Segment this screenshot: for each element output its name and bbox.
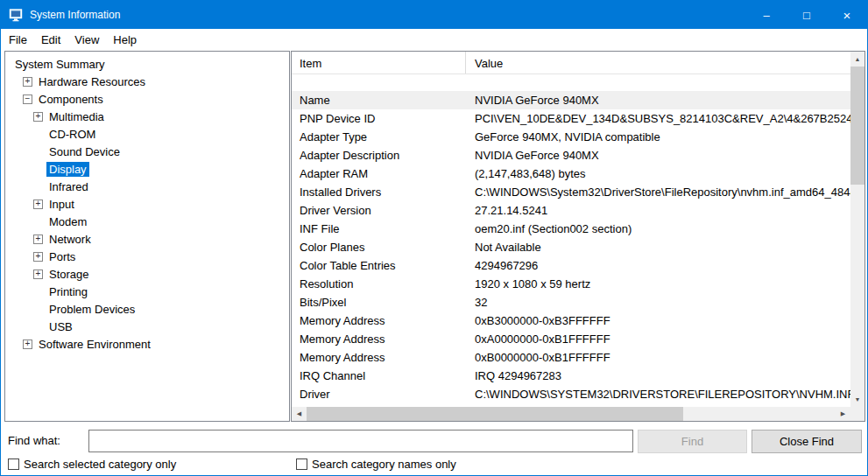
- tree-item-sound-device[interactable]: Sound Device: [5, 143, 289, 160]
- tree-item-label[interactable]: Ports: [46, 249, 78, 264]
- expand-icon[interactable]: +: [33, 252, 43, 262]
- value-cell: GeForce 940MX, NVIDIA compatible: [466, 130, 850, 144]
- detail-row-memory-address[interactable]: Memory Address0xB0000000-0xB1FFFFFF: [292, 348, 850, 367]
- tree-item-label[interactable]: Sound Device: [46, 144, 123, 159]
- tree-item-label[interactable]: Input: [46, 197, 77, 212]
- scroll-up-icon[interactable]: ▲: [850, 52, 864, 66]
- system-information-window: System Information – □ × FileEditViewHel…: [0, 0, 868, 476]
- maximize-button[interactable]: □: [787, 1, 827, 29]
- horizontal-scrollbar-thumb[interactable]: [307, 407, 683, 421]
- tree-view: System Summary+Hardware Resources−Compon…: [5, 55, 289, 353]
- detail-row-memory-address[interactable]: Memory Address0xA0000000-0xB1FFFFFF: [292, 330, 850, 348]
- detail-row-irq-channel[interactable]: IRQ ChannelIRQ 4294967283: [292, 367, 850, 385]
- tree-item-hardware-resources[interactable]: +Hardware Resources: [5, 73, 289, 90]
- value-cell: NVIDIA GeForce 940MX: [466, 149, 850, 162]
- expand-icon[interactable]: +: [33, 112, 43, 122]
- item-cell: Memory Address: [292, 332, 466, 346]
- tree-item-display[interactable]: Display: [5, 160, 289, 178]
- expand-icon[interactable]: +: [23, 340, 32, 349]
- item-cell: Installed Drivers: [292, 186, 466, 199]
- find-input[interactable]: [88, 430, 633, 452]
- tree-item-label[interactable]: Printing: [46, 284, 90, 299]
- close-button[interactable]: ×: [827, 1, 867, 29]
- tree-item-label[interactable]: CD-ROM: [46, 127, 98, 142]
- menu-view[interactable]: View: [67, 30, 106, 50]
- tree-item-label[interactable]: Infrared: [46, 179, 91, 194]
- column-header-item[interactable]: Item: [292, 52, 466, 74]
- tree-item-ports[interactable]: +Ports: [5, 248, 289, 265]
- detail-row-driver-version[interactable]: Driver Version27.21.14.5241: [292, 201, 850, 220]
- tree-item-input[interactable]: +Input: [5, 195, 289, 213]
- scroll-left-icon[interactable]: ◀: [292, 407, 307, 421]
- horizontal-scrollbar[interactable]: ◀ ▶: [292, 407, 850, 421]
- tree-item-problem-devices[interactable]: Problem Devices: [5, 300, 289, 318]
- detail-row-color-table-entries[interactable]: Color Table Entries4294967296: [292, 256, 850, 275]
- detail-row-memory-address[interactable]: Memory Address0xB3000000-0xB3FFFFFF: [292, 312, 850, 330]
- item-cell: Memory Address: [292, 351, 466, 364]
- detail-row-inf-file[interactable]: INF Fileoem20.inf (Section002 section): [292, 220, 850, 238]
- find-what-label: Find what:: [8, 434, 60, 447]
- tree-item-cd-rom[interactable]: CD-ROM: [5, 125, 289, 143]
- scroll-right-icon[interactable]: ▶: [836, 407, 850, 421]
- tree-item-modem[interactable]: Modem: [5, 213, 289, 230]
- value-cell: (2,147,483,648) bytes: [466, 167, 850, 180]
- collapse-icon[interactable]: −: [23, 94, 32, 104]
- detail-row-adapter-ram[interactable]: Adapter RAM(2,147,483,648) bytes: [292, 164, 850, 183]
- tree-item-label[interactable]: Multimedia: [46, 109, 107, 124]
- menu-edit[interactable]: Edit: [34, 30, 67, 50]
- menu-help[interactable]: Help: [106, 30, 144, 50]
- tree-item-label[interactable]: Modem: [46, 214, 89, 229]
- tree-item-software-environment[interactable]: +Software Environment: [5, 335, 289, 353]
- detail-row-bits-pixel[interactable]: Bits/Pixel32: [292, 293, 850, 312]
- tree-item-network[interactable]: +Network: [5, 230, 289, 248]
- expand-icon[interactable]: +: [33, 270, 43, 279]
- tree-item-infrared[interactable]: Infrared: [5, 178, 289, 195]
- detail-row-adapter-description[interactable]: Adapter DescriptionNVIDIA GeForce 940MX: [292, 146, 850, 164]
- tree-item-label[interactable]: Display: [46, 162, 89, 177]
- tree-item-label[interactable]: Problem Devices: [46, 302, 138, 317]
- expand-icon[interactable]: +: [23, 77, 32, 87]
- tree-item-label[interactable]: Software Environment: [36, 337, 153, 352]
- checkbox-icon[interactable]: [8, 458, 19, 470]
- scroll-down-icon[interactable]: ▼: [850, 392, 864, 407]
- checkbox-label: Search category names only: [312, 458, 456, 471]
- close-find-button[interactable]: Close Find: [752, 430, 862, 453]
- tree-item-label[interactable]: Storage: [46, 267, 92, 282]
- tree-panel: System Summary+Hardware Resources−Compon…: [4, 51, 290, 422]
- vertical-scrollbar-thumb[interactable]: [850, 66, 864, 185]
- detail-row-installed-drivers[interactable]: Installed DriversC:\WINDOWS\System32\Dri…: [292, 183, 850, 201]
- detail-row-pnp-device-id[interactable]: PNP Device IDPCI\VEN_10DE&DEV_134D&SUBSY…: [292, 109, 850, 128]
- detail-row-driver[interactable]: DriverC:\WINDOWS\SYSTEM32\DRIVERSTORE\FI…: [292, 385, 850, 403]
- tree-item-multimedia[interactable]: +Multimedia: [5, 108, 289, 125]
- detail-row-color-planes[interactable]: Color PlanesNot Available: [292, 238, 850, 256]
- tree-item-storage[interactable]: +Storage: [5, 265, 289, 283]
- checkbox-search-selected-category-only[interactable]: Search selected category only: [8, 458, 176, 471]
- minimize-button[interactable]: –: [746, 1, 787, 29]
- tree-item-usb[interactable]: USB: [5, 318, 289, 335]
- tree-item-label[interactable]: USB: [46, 319, 75, 334]
- expand-icon[interactable]: +: [33, 234, 43, 244]
- item-cell: Adapter Type: [292, 130, 466, 144]
- vertical-scrollbar[interactable]: ▲ ▼: [850, 52, 864, 407]
- tree-item-label[interactable]: Hardware Resources: [36, 74, 148, 89]
- item-cell: Adapter Description: [292, 149, 466, 162]
- tree-item-components[interactable]: −Components: [5, 90, 289, 108]
- value-cell: NVIDIA GeForce 940MX: [466, 94, 850, 107]
- tree-item-system-summary[interactable]: System Summary: [5, 55, 289, 73]
- value-cell: Not Available: [466, 241, 850, 254]
- find-button[interactable]: Find: [638, 430, 747, 453]
- detail-row-resolution[interactable]: Resolution1920 x 1080 x 59 hertz: [292, 275, 850, 293]
- checkbox-icon[interactable]: [296, 458, 307, 470]
- menu-file[interactable]: File: [2, 30, 34, 50]
- column-header-value[interactable]: Value: [466, 52, 850, 74]
- tree-item-label[interactable]: Network: [46, 232, 94, 247]
- tree-item-label[interactable]: System Summary: [12, 57, 108, 72]
- expand-icon[interactable]: +: [33, 200, 43, 209]
- tree-item-label[interactable]: Components: [36, 92, 106, 107]
- detail-row-adapter-type[interactable]: Adapter TypeGeForce 940MX, NVIDIA compat…: [292, 128, 850, 146]
- checkbox-search-category-names-only[interactable]: Search category names only: [296, 458, 456, 471]
- value-cell: 0xB0000000-0xB1FFFFFF: [466, 351, 850, 364]
- check-row: Search selected category onlySearch cate…: [1, 456, 868, 476]
- detail-row-name[interactable]: NameNVIDIA GeForce 940MX: [292, 91, 850, 109]
- tree-item-printing[interactable]: Printing: [5, 283, 289, 300]
